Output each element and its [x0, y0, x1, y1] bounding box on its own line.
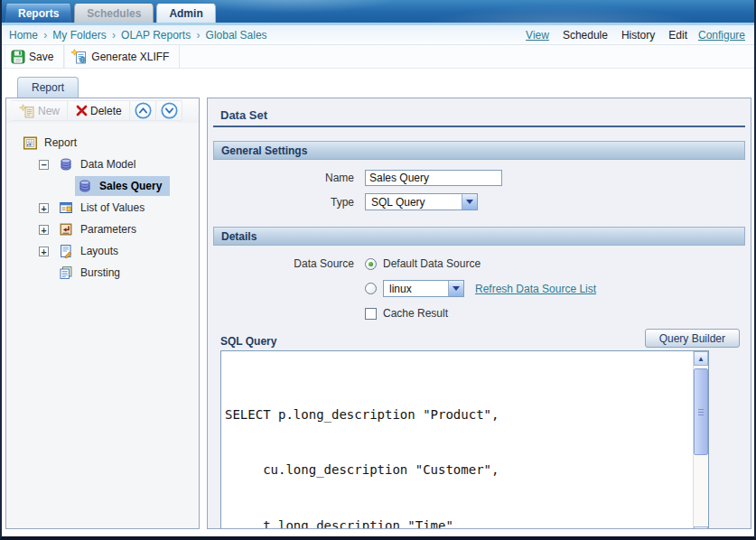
scroll-down-icon[interactable]: ▼ — [694, 526, 708, 529]
tree-item[interactable]: Parameters — [8, 219, 195, 240]
move-down-button[interactable] — [156, 100, 182, 121]
tree-indent — [8, 208, 39, 209]
refresh-data-source-link[interactable]: Refresh Data Source List — [475, 283, 596, 295]
generate-xliff-button[interactable]: Generate XLIFF — [64, 45, 180, 68]
scrollbar-thumb[interactable] — [694, 368, 708, 455]
save-label: Save — [29, 51, 53, 63]
cache-result-label: Cache Result — [383, 307, 448, 320]
breadcrumb-item[interactable]: OLAP Reports — [121, 29, 201, 42]
page-action[interactable]: Configure — [698, 29, 745, 42]
tree-item[interactable]: Report — [8, 132, 195, 154]
move-up-icon — [134, 101, 153, 120]
breadcrumb-item[interactable]: Global Sales — [206, 29, 270, 42]
chevron-down-icon[interactable] — [448, 281, 463, 296]
save-button[interactable]: Save — [5, 45, 64, 68]
bursting-icon — [59, 265, 75, 280]
move-up-button[interactable] — [130, 100, 156, 121]
tree-item-body: Data Model — [56, 154, 144, 174]
page-actions: View Schedule History Edit Configure — [515, 29, 745, 42]
tree-item-body: List of Values — [56, 198, 153, 218]
name-input[interactable] — [365, 170, 502, 186]
default-data-source-radio[interactable] — [365, 258, 377, 270]
tree-item[interactable]: Layouts — [8, 240, 195, 262]
new-icon — [19, 104, 35, 118]
sql-line: t.long_description "Time", — [225, 519, 693, 529]
new-button[interactable]: New — [11, 100, 68, 121]
title-rule — [213, 126, 745, 127]
page-action[interactable]: History — [621, 29, 655, 42]
sql-query-row: SQL Query Query Builder — [220, 329, 740, 348]
toolbar: Save Generate XLIFF — [2, 45, 754, 69]
header-spacer — [2, 69, 754, 77]
cache-result-checkbox[interactable] — [365, 308, 377, 320]
tree-item-body: Bursting — [56, 263, 128, 283]
tree-item[interactable]: Bursting — [8, 262, 195, 284]
scrollbar[interactable]: ▲ ▼ — [693, 351, 708, 529]
delete-button-label: Delete — [90, 105, 122, 117]
page-action[interactable]: View — [526, 29, 549, 42]
top-tab[interactable]: Admin — [156, 4, 215, 23]
layouts-icon — [59, 244, 75, 258]
top-tab[interactable]: Schedules — [74, 4, 154, 23]
tree-expander-toggle[interactable] — [39, 247, 49, 256]
content-area: New Delete — [2, 98, 754, 536]
scrollbar-track[interactable] — [694, 366, 708, 526]
top-tab[interactable]: Reports — [5, 4, 71, 23]
tree-item-body: Parameters — [56, 219, 145, 239]
tree-item-label: Sales Query — [99, 180, 162, 192]
tree-item-body: Layouts — [56, 241, 126, 261]
tree-item-label: Report — [44, 136, 77, 149]
tree-expander-toggle[interactable] — [39, 225, 49, 235]
tree-item-body: Sales Query — [75, 176, 170, 196]
breadcrumb: Home My Folders OLAP Reports Global Sale… — [9, 29, 275, 42]
delete-button[interactable]: Delete — [68, 100, 130, 121]
tree-toolbar: New Delete — [6, 98, 199, 123]
type-select[interactable]: SQL Query — [365, 193, 478, 210]
chevron-down-icon[interactable] — [462, 194, 477, 209]
tree-expander-toggle[interactable] — [39, 203, 49, 213]
generate-xliff-label: Generate XLIFF — [91, 51, 169, 63]
general-settings-header: General Settings — [213, 141, 745, 160]
query-builder-button[interactable]: Query Builder — [645, 329, 740, 348]
tree-item[interactable]: List of Values — [8, 197, 195, 219]
move-down-icon — [160, 101, 179, 120]
top-tabs: Reports Schedules Admin — [5, 4, 219, 23]
main-panel: Data Set General Settings Name Type SQL … — [207, 98, 751, 529]
report-icon — [23, 135, 39, 151]
breadcrumb-bar: Home My Folders OLAP Reports Global Sale… — [2, 25, 754, 45]
page-action[interactable]: Schedule — [563, 29, 608, 42]
tree-item-label: Data Model — [80, 158, 135, 171]
sql-query-text[interactable]: SELECT p.long_description "Product", cu.… — [221, 351, 693, 529]
tab-report[interactable]: Report — [17, 77, 79, 98]
details-heading: Details — [221, 230, 257, 243]
data-source-label: Data Source — [213, 257, 354, 270]
tree-expander-toggle[interactable] — [39, 160, 49, 170]
page-action[interactable]: Edit — [668, 29, 687, 42]
cache-result-row: Cache Result — [213, 307, 745, 320]
tree-item[interactable]: Data Model — [8, 154, 195, 175]
tree-item[interactable]: Sales Query — [8, 175, 195, 197]
general-settings-heading: General Settings — [221, 144, 307, 157]
type-select-value: SQL Query — [366, 194, 462, 209]
data-source-select[interactable]: linux — [383, 280, 464, 297]
sql-query-label: SQL Query — [220, 335, 276, 348]
save-icon — [11, 50, 25, 64]
scroll-up-icon[interactable]: ▲ — [694, 351, 708, 366]
type-row: Type SQL Query — [213, 193, 745, 210]
default-data-source-option-label: Default Data Source — [383, 257, 481, 270]
breadcrumb-item[interactable]: My Folders — [52, 29, 116, 42]
tree-indent — [8, 251, 39, 252]
sql-line: SELECT p.long_description "Product", — [225, 408, 693, 422]
parameters-icon — [59, 222, 75, 237]
breadcrumb-item[interactable]: Home — [9, 29, 47, 42]
tree-indent — [8, 143, 20, 144]
data-model-icon — [59, 157, 75, 172]
details-header: Details — [213, 227, 745, 246]
tree-indent — [8, 229, 39, 230]
sql-query-editor[interactable]: SELECT p.long_description "Product", cu.… — [220, 350, 709, 529]
tree-item-label: Bursting — [80, 266, 120, 279]
data-model-icon — [78, 179, 94, 193]
named-data-source-radio[interactable] — [365, 283, 377, 294]
sql-line: cu.long_description "Customer", — [225, 463, 693, 477]
page-title: Data Set — [220, 108, 745, 122]
